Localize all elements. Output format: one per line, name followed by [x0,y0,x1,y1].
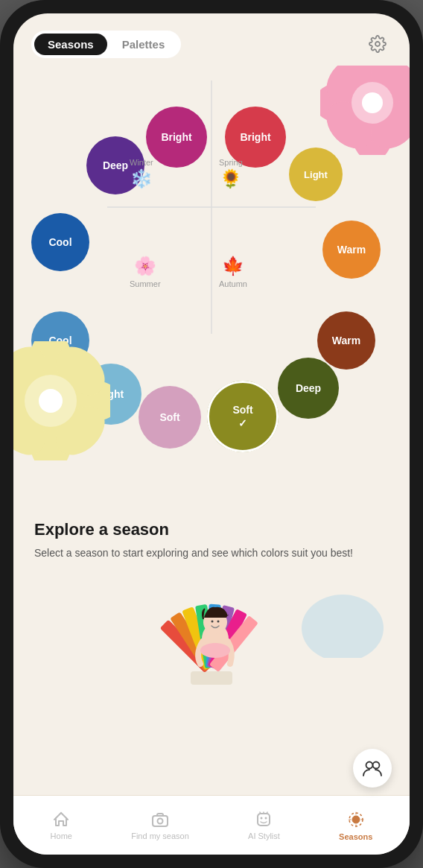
nav-ai-stylist[interactable]: AI Stylist [239,808,289,843]
flower-top-right-decoration [320,66,410,155]
tab-palettes[interactable]: Palettes [109,34,179,55]
circle-autumn-warm[interactable]: Warm [317,311,375,370]
nav-find-season-label: Find my season [131,831,189,840]
winter-label: Winter ❄️ [130,155,153,189]
explore-section: Explore a season Select a season to star… [13,505,410,568]
nav-ai-stylist-label: AI Stylist [248,831,280,840]
tab-group: Seasons Palettes [31,31,181,58]
circle-winter-cool[interactable]: Cool [31,213,89,271]
svg-rect-40 [153,816,168,826]
svg-point-41 [158,818,163,823]
character-illustration [28,568,395,717]
screen: Seasons Palettes [13,13,410,855]
season-wheel: Winter ❄️ Spring 🌻 🌸 Summer 🍁 Autumn [13,66,410,505]
explore-description: Select a season to start exploring and s… [34,545,389,561]
group-icon [363,758,382,778]
settings-button[interactable] [363,30,392,58]
spring-label: Spring 🌻 [219,155,243,189]
circle-summer-soft[interactable]: Soft [139,386,201,449]
nav-home[interactable]: Home [42,808,81,843]
header: Seasons Palettes [13,13,410,66]
svg-point-44 [265,817,267,819]
circle-autumn-soft[interactable]: Soft ✓ [211,384,275,449]
summer-label: 🌸 Summer [130,256,161,290]
nav-seasons-label: Seasons [339,832,372,841]
circle-autumn-deep[interactable]: Deep [278,358,339,419]
home-icon [52,811,70,829]
ai-stylist-icon [255,811,273,829]
grid-lines [107,80,316,334]
camera-icon [151,811,169,829]
svg-point-23 [302,595,384,658]
svg-point-36 [212,621,214,623]
nav-find-season[interactable]: Find my season [122,808,198,843]
gear-icon [369,35,387,53]
bottom-navigation: Home Find my season AI Stylist [13,795,410,855]
main-content: Winter ❄️ Spring 🌻 🌸 Summer 🍁 Autumn [13,66,410,795]
blue-cloud [298,583,387,658]
explore-title: Explore a season [34,520,389,539]
seasons-icon [346,810,366,829]
svg-point-43 [261,817,263,819]
svg-point-35 [200,643,230,658]
flower-bottom-left-decoration [13,341,110,460]
svg-point-20 [39,389,63,413]
svg-point-38 [366,762,373,769]
nav-seasons[interactable]: Seasons [330,807,381,844]
svg-point-0 [375,42,380,46]
circle-spring-warm[interactable]: Warm [322,221,381,279]
svg-point-10 [362,92,383,113]
tab-seasons[interactable]: Seasons [34,34,107,55]
nav-home-label: Home [51,831,72,840]
phone-frame: Seasons Palettes [0,0,423,868]
autumn-label: 🍁 Autumn [219,256,247,290]
svg-point-37 [217,621,220,623]
svg-point-39 [373,762,380,769]
color-fan-illustration [137,583,286,703]
svg-rect-24 [191,671,232,685]
svg-rect-42 [258,814,270,826]
group-button[interactable] [353,749,392,788]
